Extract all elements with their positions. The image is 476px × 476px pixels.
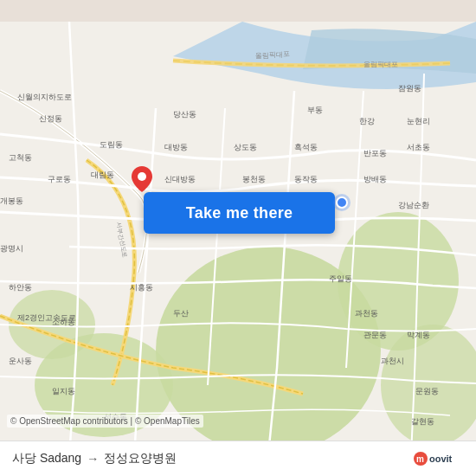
svg-text:막계동: 막계동 [407, 331, 430, 339]
svg-text:동작동: 동작동 [294, 175, 318, 183]
svg-text:눈현리: 눈현리 [407, 117, 430, 125]
location-marker [132, 166, 152, 187]
svg-text:구로동: 구로동 [48, 175, 71, 183]
svg-text:신정동: 신정동 [39, 114, 62, 123]
svg-text:상도동: 상도동 [234, 143, 257, 151]
svg-text:한강: 한강 [359, 117, 375, 125]
take-me-there-button[interactable]: Take me there [144, 192, 335, 234]
current-location-marker [336, 196, 348, 209]
svg-text:부동: 부동 [307, 106, 323, 114]
svg-text:두산: 두산 [173, 309, 189, 318]
svg-text:도림동: 도림동 [100, 140, 123, 149]
svg-text:개봉동: 개봉동 [0, 196, 23, 205]
svg-text:문원동: 문원동 [415, 387, 439, 396]
svg-text:제2경인고속도로: 제2경인고속도로 [17, 313, 76, 322]
svg-text:서초동: 서초동 [407, 143, 430, 151]
map-container: 신월의지하도로 신정동 고척동 개봉동 광명시 구로동 도림동 대림동 당산동 … [0, 0, 476, 476]
svg-point-48 [138, 172, 146, 181]
svg-text:당산동: 당산동 [173, 110, 196, 119]
route-info: 사당 Sadang → 정성요양병원 [12, 451, 177, 466]
svg-text:올림픽대포: 올림픽대포 [363, 61, 398, 68]
svg-text:시흥동: 시흥동 [130, 283, 153, 292]
route-arrow: → [87, 452, 99, 466]
moovit-logo: m oovit [412, 450, 464, 467]
svg-text:신대방동: 신대방동 [164, 175, 196, 183]
svg-text:광명시: 광명시 [0, 244, 23, 253]
destination-label: 정성요양병원 [104, 451, 177, 466]
svg-text:반포동: 반포동 [363, 149, 387, 158]
svg-text:m: m [416, 454, 424, 464]
svg-text:갈현동: 갈현동 [411, 417, 434, 426]
svg-text:과천시: 과천시 [381, 357, 404, 365]
map-attribution: © OpenStreetMap contributors | © OpenMap… [7, 415, 203, 428]
svg-text:잠원동: 잠원동 [398, 84, 421, 93]
svg-text:방배동: 방배동 [363, 175, 387, 183]
footer: 사당 Sadang → 정성요양병원 m oovit [0, 441, 476, 476]
svg-text:흑석동: 흑석동 [294, 143, 318, 151]
origin-label: 사당 Sadang [12, 451, 81, 466]
svg-text:oovit: oovit [429, 453, 453, 464]
svg-text:대림동: 대림동 [91, 170, 114, 179]
svg-text:하안동: 하안동 [9, 283, 32, 292]
svg-text:운사동: 운사동 [9, 357, 32, 365]
svg-text:봉천동: 봉천동 [242, 175, 266, 183]
svg-text:과천동: 과천동 [355, 309, 378, 318]
svg-text:일지동: 일지동 [52, 387, 75, 396]
svg-text:고척동: 고척동 [9, 153, 32, 162]
svg-text:강남순환: 강남순환 [398, 201, 429, 209]
svg-text:대방동: 대방동 [164, 143, 188, 151]
svg-text:신월의지하도로: 신월의지하도로 [17, 93, 72, 101]
svg-text:주일동: 주일동 [329, 274, 352, 283]
svg-text:관문동: 관문동 [363, 331, 387, 339]
